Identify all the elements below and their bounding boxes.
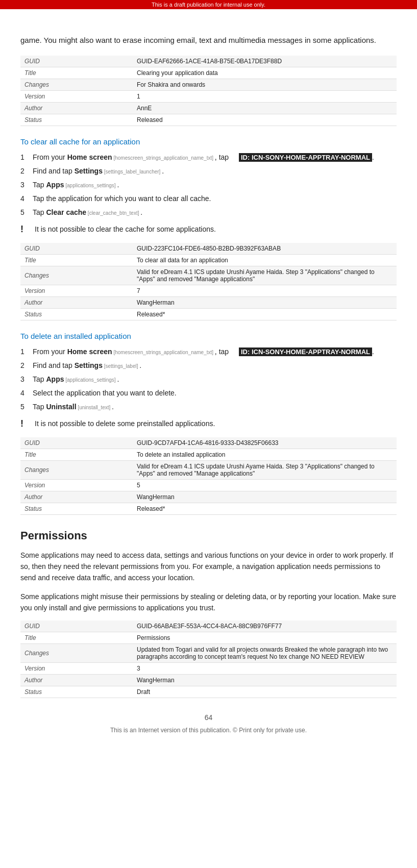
meta-value: 5	[133, 479, 397, 491]
string-id-label: [settings_label]	[103, 363, 139, 368]
meta-value: GUID-223FC104-FDE6-4850-B2BD-9B392F63ABA…	[133, 243, 397, 255]
string-id-label: [clear_cache_btn_text]	[86, 210, 140, 215]
meta-value: To delete an installed application	[133, 449, 397, 460]
bold-term: Clear cache	[46, 208, 86, 216]
bold-term: Settings	[75, 167, 103, 175]
footer-note: This is an Internet version of this publ…	[20, 727, 397, 734]
table-row: AuthorWangHerman	[20, 296, 397, 308]
meta-value: GUID-66ABAE3F-553A-4CC4-8ACA-88C9B976FF7…	[133, 621, 397, 632]
step-number: 4	[20, 388, 33, 399]
table-row: ChangesValid for eDream 4.1 ICS update U…	[20, 266, 397, 285]
section2-heading: To delete an installed application	[20, 332, 397, 340]
step-text: Tap Uninstall [uninstall_text] .	[33, 402, 397, 412]
table-row: TitleTo delete an installed application	[20, 449, 397, 460]
meta-table-1: GUIDGUID-223FC104-FDE6-4850-B2BD-9B392F6…	[20, 243, 397, 320]
section2-note-text: It is not possible to delete some preins…	[35, 418, 397, 429]
page-number: 64	[20, 713, 397, 722]
step-number: 3	[20, 374, 33, 385]
table-row: StatusReleased*	[20, 503, 397, 514]
string-id-label: [settings_label_launcher]	[103, 168, 162, 174]
meta-value: 7	[133, 285, 397, 296]
table-row: Version3	[20, 663, 397, 675]
svg-rect-10	[231, 353, 233, 355]
intro-paragraph: game. You might also want to erase incom…	[20, 35, 397, 46]
meta-value: Clearing your application data	[133, 67, 397, 79]
meta-value: Draft	[133, 686, 397, 698]
meta-value: GUID-9CD7AFD4-1CA6-4816-9333-D43825F0663…	[133, 437, 397, 449]
table-row: ChangesFor Shakira and onwards	[20, 79, 397, 90]
meta-label: Title	[20, 449, 133, 460]
table-row: GUIDGUID-223FC104-FDE6-4850-B2BD-9B392F6…	[20, 243, 397, 255]
meta-label: Version	[20, 479, 133, 491]
step-text: From your Home screen [homescreen_string…	[33, 346, 397, 357]
meta-label: Title	[20, 632, 133, 644]
meta-label: Author	[20, 675, 133, 686]
meta-value: WangHerman	[133, 675, 397, 686]
step-number: 4	[20, 193, 33, 204]
permissions-heading: Permissions	[20, 529, 397, 542]
list-item: 5Tap Clear cache [clear_cache_btn_text] …	[20, 207, 397, 218]
string-id-label: [homescreen_strings_application_name_txt…	[112, 349, 215, 355]
table-row: TitleTo clear all data for an applicatio…	[20, 254, 397, 266]
step-text: Select the application that you want to …	[33, 388, 397, 399]
highlighted-id: ID: ICN-SONY-HOME-APPTRAY-NORMAL	[239, 153, 372, 162]
table-row: AuthorWangHerman	[20, 675, 397, 686]
meta-label: Title	[20, 67, 133, 79]
meta-value: 3	[133, 663, 397, 675]
table-row: Version7	[20, 285, 397, 296]
meta-label: Changes	[20, 644, 133, 663]
step-number: 1	[20, 152, 33, 163]
list-item: 2Find and tap Settings [settings_label] …	[20, 360, 397, 371]
draft-banner: This is a draft publication for internal…	[0, 0, 417, 9]
list-item: 4Select the application that you want to…	[20, 388, 397, 399]
table-row: ChangesUpdated from Togari and valid for…	[20, 644, 397, 663]
note-icon-1: !	[20, 224, 30, 235]
meta-table-0: GUIDGUID-EAF62666-1ACE-41A8-B75E-0BA17DE…	[20, 56, 397, 126]
meta-label: Changes	[20, 266, 133, 285]
section2-steps: 1From your Home screen [homescreen_strin…	[20, 346, 397, 412]
meta-value: WangHerman	[133, 491, 397, 503]
meta-value: AnnE	[133, 102, 397, 114]
table-row: StatusDraft	[20, 686, 397, 698]
meta-label: GUID	[20, 243, 133, 255]
step-text: Find and tap Settings [settings_label] .	[33, 360, 397, 371]
meta-label: Changes	[20, 79, 133, 90]
table-row: StatusReleased	[20, 114, 397, 126]
meta-label: GUID	[20, 437, 133, 449]
list-item: 5Tap Uninstall [uninstall_text] .	[20, 402, 397, 412]
string-id-label: [uninstall_text]	[77, 404, 112, 410]
step-text: Tap Apps [applications_settings] .	[33, 180, 397, 190]
meta-value: Updated from Togari and valid for all pr…	[133, 644, 397, 663]
table-row: Version1	[20, 90, 397, 102]
meta-value: Valid for eDream 4.1 ICS update Urushi A…	[133, 460, 397, 479]
step-number: 5	[20, 402, 33, 412]
permissions-para2: Some applications might misuse their per…	[20, 591, 397, 614]
string-id-label: [applications_settings]	[64, 377, 117, 382]
list-item: 4Tap the application for which you want …	[20, 193, 397, 204]
table-row: StatusReleased*	[20, 308, 397, 320]
step-text: Tap Apps [applications_settings] .	[33, 374, 397, 385]
step-text: Tap the application for which you want t…	[33, 193, 397, 204]
meta-label: Status	[20, 686, 133, 698]
step-number: 3	[20, 180, 33, 190]
table-row: GUIDGUID-9CD7AFD4-1CA6-4816-9333-D43825F…	[20, 437, 397, 449]
meta-label: Status	[20, 114, 133, 126]
list-item: 1From your Home screen [homescreen_strin…	[20, 152, 397, 163]
list-item: 3Tap Apps [applications_settings] .	[20, 180, 397, 190]
svg-rect-5	[235, 158, 237, 161]
note-icon-2: !	[20, 418, 30, 429]
step-number: 2	[20, 360, 33, 371]
bold-term: Settings	[75, 361, 103, 369]
svg-rect-11	[235, 353, 237, 355]
section1-note-text: It is not possible to clear the cache fo…	[35, 224, 397, 235]
meta-label: Version	[20, 285, 133, 296]
bold-term: Home screen	[67, 153, 112, 161]
meta-value: WangHerman	[133, 296, 397, 308]
meta-table-2: GUIDGUID-9CD7AFD4-1CA6-4816-9333-D43825F…	[20, 437, 397, 515]
bold-term: Home screen	[67, 348, 112, 356]
table-row: GUIDGUID-66ABAE3F-553A-4CC4-8ACA-88C9B97…	[20, 621, 397, 632]
bold-term: Uninstall	[46, 403, 76, 411]
section1-heading: To clear all cache for an application	[20, 137, 397, 146]
meta-value: Permissions	[133, 632, 397, 644]
table-row: Version5	[20, 479, 397, 491]
